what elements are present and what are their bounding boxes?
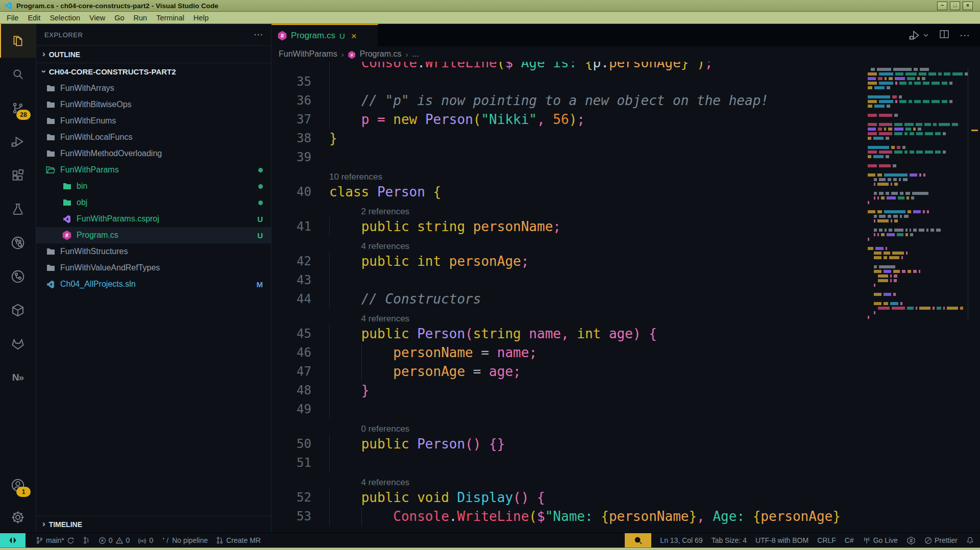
tab-label: Program.cs [291,31,335,41]
tree-item-funwithstructures[interactable]: FunWithStructures [36,243,271,260]
tree-item-program-cs[interactable]: #Program.csU [36,227,271,243]
prettier-status[interactable]: Prettier [924,536,958,544]
tree-item-funwithbitwiseops[interactable]: FunWithBitwiseOps [36,96,271,113]
editor-more-actions-icon[interactable]: ⋯ [960,29,970,41]
minimap[interactable] [868,68,968,320]
gitlens-icon[interactable] [0,226,36,260]
source-control-icon[interactable]: 28 [0,91,36,125]
outline-section[interactable]: › OUTLINE [36,45,271,63]
folder-icon [45,150,56,157]
tab-close-icon[interactable]: × [351,31,357,41]
chevron-right-icon: › [42,519,45,529]
search-icon[interactable] [0,58,36,91]
tree-item-label: FunWithMethodOverloading [60,149,162,158]
code-line[interactable]: 52 public void Display() { [272,488,980,507]
create-mr[interactable]: Create MR [216,536,261,544]
minimap-row [868,247,967,250]
code-line[interactable]: 51 [272,454,980,472]
folder-icon [45,248,56,255]
codelens[interactable]: 4 references [272,472,980,488]
explorer-icon[interactable] [0,24,36,58]
codelens[interactable]: 0 references [272,419,980,435]
menu-file[interactable]: File [2,14,23,22]
ports-status[interactable]: 0 [138,536,153,544]
notifications-bell-icon[interactable] [966,536,974,544]
gitlab-icon[interactable] [0,327,36,361]
chevron-right-icon: › [406,50,408,59]
tree-item-funwithlocalfuncs[interactable]: FunWithLocalFuncs [36,129,271,145]
folder-icon [62,183,72,190]
titlebar: Program.cs - ch04-core-constructs-part2 … [0,0,980,12]
tree-item-funwitharrays[interactable]: FunWithArrays [36,80,271,96]
error-count: 0 [109,536,113,544]
folder-icon [45,134,56,141]
package-cube-icon[interactable] [0,293,36,327]
problems-status[interactable]: 0 0 [99,536,130,544]
tab-program-cs[interactable]: # Program.cs U × [272,24,378,46]
split-editor-icon[interactable] [938,28,950,42]
pipeline-status[interactable]: No pipeline [161,536,208,544]
language-mode[interactable]: C# [845,536,854,544]
tree-item-obj[interactable]: obj [36,194,271,211]
explorer-more-actions-icon[interactable]: ⋯ [254,29,263,40]
line-number: 37 [272,110,311,129]
zoom-toggle[interactable] [625,533,651,547]
csharp-devkit-status-icon[interactable] [906,536,916,545]
remote-indicator[interactable] [0,533,26,547]
line-number: 42 [272,252,311,271]
settings-gear-icon[interactable] [0,502,36,533]
menubar: FileEditSelectionViewGoRunTerminalHelp [0,12,980,24]
menu-terminal[interactable]: Terminal [152,14,189,22]
code-editor[interactable]: Console.WriteLine($"Age is: {p.personAge… [272,62,980,533]
extensions-icon[interactable] [0,159,36,192]
code-line[interactable]: 45 public Person(string name, int age) { [272,324,980,343]
circle-slash-icon [924,537,932,544]
minimize-button[interactable]: − [937,2,947,10]
menu-run[interactable]: Run [129,14,152,22]
menu-go[interactable]: Go [110,14,129,22]
cursor-position[interactable]: Ln 13, Col 69 [660,536,702,544]
breadcrumb-folder[interactable]: FunWithParams [279,49,337,59]
tree-item-funwithvalueandreftypes[interactable]: FunWithValueAndRefTypes [36,260,271,276]
git-graph-icon[interactable] [0,260,36,293]
code-line[interactable]: 53 Console.WriteLine($"Name: {personName… [272,507,980,526]
minimap-row [868,109,967,112]
tree-item-funwithparams-csproj[interactable]: FunWithParams.csprojU [36,211,271,227]
status-bar: main* 0 0 0 No pipeline Cre [0,533,980,547]
tree-item-bin[interactable]: bin [36,178,271,194]
breadcrumb-file[interactable]: Program.cs [360,49,402,59]
maximize-button[interactable]: □ [950,2,960,10]
menu-help[interactable]: Help [189,14,213,22]
run-and-debug-icon[interactable] [0,125,36,159]
code-line[interactable]: 49 [272,400,980,419]
n-logo-icon[interactable]: N» [0,361,36,394]
chevron-down-icon: › [39,70,49,73]
minimap-row [868,192,967,195]
go-live[interactable]: Go Live [863,536,898,544]
run-or-debug-icon[interactable] [908,29,929,42]
testing-icon[interactable] [0,192,36,226]
csharp-file-icon: # [348,49,356,59]
workspace-root[interactable]: › CH04-CORE-CONSTRUCTS-PART2 [36,63,271,80]
menu-edit[interactable]: Edit [23,14,45,22]
close-button[interactable]: × [963,2,973,10]
branch-status[interactable]: main* [36,536,75,544]
tree-item-funwithparams[interactable]: FunWithParams [36,162,271,178]
code-line[interactable]: 47 personAge = age; [272,362,980,381]
minimap-row [868,132,967,135]
accounts-icon[interactable]: 1 [0,468,36,502]
code-line[interactable]: 48 } [272,381,980,400]
tab-size[interactable]: Tab Size: 4 [712,536,747,544]
tree-item-funwithmethodoverloading[interactable]: FunWithMethodOverloading [36,145,271,162]
encoding[interactable]: UTF-8 with BOM [755,536,808,544]
eol-selector[interactable]: CRLF [817,536,836,544]
tree-item-funwithenums[interactable]: FunWithEnums [36,113,271,129]
timeline-section[interactable]: › TIMELINE [36,516,271,533]
git-graph-status-icon[interactable] [83,536,90,544]
menu-view[interactable]: View [85,14,110,22]
tree-item-ch04-allprojects-sln[interactable]: Ch04_AllProjects.slnM [36,276,271,292]
menu-selection[interactable]: Selection [45,14,85,22]
code-line[interactable]: 50 public Person() {} [272,435,980,454]
code-line[interactable]: 46 personName = name; [272,343,980,362]
breadcrumb-more[interactable]: ... [412,49,419,59]
